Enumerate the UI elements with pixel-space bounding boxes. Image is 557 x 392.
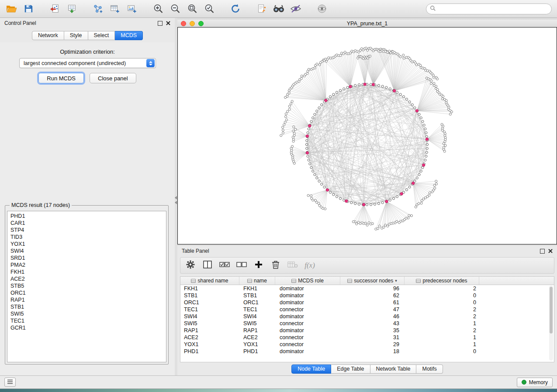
table-row[interactable]: PHD1PHD1dominator180 bbox=[180, 348, 554, 355]
scrollbar-thumb[interactable] bbox=[550, 287, 553, 334]
column-header-name[interactable]: name bbox=[239, 277, 275, 285]
mcds-node-item[interactable]: STB5 bbox=[7, 282, 166, 289]
open-session-button[interactable] bbox=[4, 2, 18, 15]
search-network-button[interactable] bbox=[272, 2, 286, 15]
show-columns-button[interactable] bbox=[202, 260, 213, 271]
mcds-node-item[interactable]: CAR1 bbox=[7, 220, 166, 227]
tab-motifs[interactable]: Motifs bbox=[416, 364, 443, 374]
table-row[interactable]: ORC1ORC1dominator610 bbox=[180, 299, 554, 306]
mcds-node-item[interactable]: TEC1 bbox=[7, 317, 166, 324]
table-cell: 31 bbox=[340, 334, 405, 340]
delete-column-button[interactable] bbox=[270, 260, 281, 271]
close-panel-button[interactable]: Close panel bbox=[90, 73, 136, 83]
import-network-from-file-button[interactable] bbox=[48, 2, 62, 15]
add-column-button[interactable] bbox=[253, 260, 264, 271]
maximize-window-icon[interactable] bbox=[198, 21, 204, 26]
deselect-all-button[interactable] bbox=[236, 260, 247, 271]
table-cell: 61 bbox=[340, 299, 405, 306]
mcds-node-item[interactable]: STP4 bbox=[7, 227, 166, 234]
mcds-node-item[interactable]: STB1 bbox=[7, 303, 166, 310]
column-header-mcds-role[interactable]: MCDS role bbox=[275, 277, 340, 285]
tab-edge-table[interactable]: Edge Table bbox=[331, 364, 370, 374]
table-row[interactable]: ACE2ACE2connector311 bbox=[180, 334, 554, 341]
table-scrollbar[interactable] bbox=[549, 285, 553, 361]
mcds-node-item[interactable]: FKH1 bbox=[7, 268, 166, 275]
delete-table-button[interactable] bbox=[287, 260, 298, 271]
import-table-from-file-button[interactable] bbox=[65, 2, 79, 15]
table-row[interactable]: SWI5SWI5connector431 bbox=[180, 320, 554, 327]
mcds-node-item[interactable]: GCR1 bbox=[7, 324, 166, 331]
tab-select[interactable]: Select bbox=[88, 31, 115, 40]
tab-node-table[interactable]: Node Table bbox=[291, 364, 331, 374]
tab-network[interactable]: Network bbox=[32, 31, 64, 40]
run-mcds-button[interactable]: Run MCDS bbox=[38, 73, 84, 83]
tab-mcds[interactable]: MCDS bbox=[115, 31, 143, 40]
table-settings-button[interactable] bbox=[185, 260, 196, 271]
network-canvas[interactable] bbox=[177, 27, 557, 244]
table-row[interactable]: FKH1FKH1dominator962 bbox=[180, 285, 554, 292]
minimize-window-icon[interactable] bbox=[190, 21, 195, 26]
float-table-panel-icon[interactable] bbox=[540, 249, 545, 254]
save-icon bbox=[24, 4, 33, 14]
mcds-node-item[interactable]: SRD1 bbox=[7, 254, 166, 261]
table-cell: dominator bbox=[275, 285, 340, 292]
save-session-button[interactable] bbox=[21, 2, 35, 15]
mcds-node-item[interactable]: RAP1 bbox=[7, 296, 166, 303]
column-header-shared-name[interactable]: shared name bbox=[180, 277, 239, 285]
mcds-node-item[interactable]: ORC1 bbox=[7, 289, 166, 296]
mcds-result-list[interactable]: PHD1CAR1STP4TID3YOX1SWI4SRD1PMA2FKH1ACE2… bbox=[7, 211, 166, 362]
table-cell: FKH1 bbox=[239, 285, 275, 292]
export-image-button[interactable] bbox=[125, 2, 139, 15]
table-cell: PHD1 bbox=[239, 348, 275, 354]
eye-icon bbox=[316, 4, 328, 14]
float-panel-icon[interactable] bbox=[158, 21, 163, 26]
mcds-node-item[interactable]: ACE2 bbox=[7, 275, 166, 282]
tab-style[interactable]: Style bbox=[64, 31, 88, 40]
zoom-fit-button[interactable] bbox=[185, 2, 199, 15]
table-cell: dominator bbox=[275, 313, 340, 320]
table-cell: RAP1 bbox=[239, 327, 275, 334]
table-cell: ORC1 bbox=[180, 299, 239, 306]
export-document-button[interactable] bbox=[255, 2, 269, 15]
table-row[interactable]: SWI4SWI4dominator462 bbox=[180, 313, 554, 320]
table-cell: 1 bbox=[405, 334, 479, 340]
toolbar-separator bbox=[142, 9, 148, 9]
tab-network-table[interactable]: Network Table bbox=[370, 364, 417, 374]
mcds-node-item[interactable]: TID3 bbox=[7, 234, 166, 241]
mcds-node-item[interactable]: SWI5 bbox=[7, 310, 166, 317]
zoom-out-button[interactable] bbox=[168, 2, 182, 15]
zoom-selected-button[interactable] bbox=[202, 2, 216, 15]
new-network-button[interactable] bbox=[91, 2, 105, 15]
search-input[interactable] bbox=[438, 6, 548, 12]
mcds-result-title: MCDS result (17 nodes) bbox=[10, 202, 72, 208]
toolbar-separator bbox=[219, 9, 225, 9]
close-panel-icon[interactable] bbox=[166, 21, 170, 26]
column-header-predecessor-nodes[interactable]: predecessor nodes bbox=[405, 277, 479, 285]
mcds-node-item[interactable]: PMA2 bbox=[7, 261, 166, 268]
show-details-button[interactable] bbox=[315, 2, 329, 15]
select-all-button[interactable] bbox=[219, 260, 230, 271]
function-builder-button[interactable]: f(x) bbox=[304, 260, 315, 271]
hide-details-button[interactable] bbox=[289, 2, 303, 15]
apply-layout-button[interactable] bbox=[228, 2, 242, 15]
memory-button[interactable]: Memory bbox=[517, 378, 553, 387]
zoom-in-button[interactable] bbox=[151, 2, 165, 15]
mcds-node-item[interactable]: YOX1 bbox=[7, 241, 166, 248]
table-row[interactable]: STB1STB1dominator620 bbox=[180, 292, 554, 299]
network-window-titlebar[interactable]: YPA_prune.txt_1 bbox=[177, 20, 557, 27]
mcds-node-item[interactable]: SWI4 bbox=[7, 248, 166, 254]
mcds-node-item[interactable]: PHD1 bbox=[7, 213, 166, 220]
mcds-result-group: MCDS result (17 nodes) PHD1CAR1STP4TID3Y… bbox=[5, 202, 169, 364]
table-row[interactable]: YOX1YOX1connector291 bbox=[180, 341, 554, 348]
splitter-collapse-icon[interactable] bbox=[175, 196, 177, 204]
table-row[interactable]: RAP1RAP1dominator352 bbox=[180, 327, 554, 334]
toolbar-search[interactable] bbox=[426, 3, 552, 14]
network-graph[interactable] bbox=[178, 28, 557, 244]
close-window-icon[interactable] bbox=[181, 21, 186, 26]
task-history-button[interactable] bbox=[4, 378, 16, 387]
criterion-dropdown[interactable]: largest connected component (undirected) bbox=[19, 58, 156, 68]
new-table-button[interactable] bbox=[108, 2, 122, 15]
column-header-successor-nodes[interactable]: successor nodes▾ bbox=[340, 277, 405, 285]
table-row[interactable]: TEC1TEC1connector472 bbox=[180, 306, 554, 313]
close-table-panel-icon[interactable] bbox=[548, 249, 553, 254]
